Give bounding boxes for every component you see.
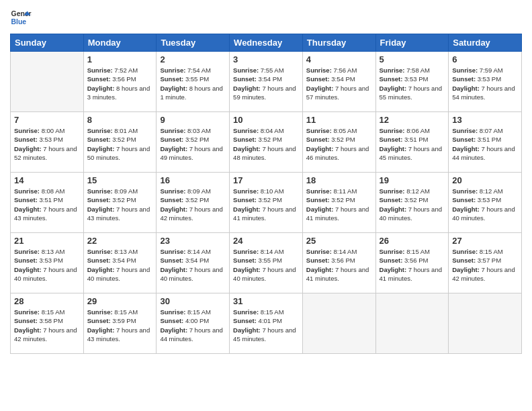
day-info: Sunrise: 8:11 AMSunset: 3:52 PMDaylight:… xyxy=(306,187,372,222)
day-info: Sunrise: 8:13 AMSunset: 3:54 PMDaylight:… xyxy=(87,247,153,283)
calendar-cell: 29Sunrise: 8:15 AMSunset: 3:59 PMDayligh… xyxy=(83,293,157,354)
day-number: 18 xyxy=(306,175,372,185)
day-info: Sunrise: 8:00 AMSunset: 3:53 PMDaylight:… xyxy=(14,126,80,162)
day-info: Sunrise: 7:55 AMSunset: 3:54 PMDaylight:… xyxy=(233,66,299,101)
day-info: Sunrise: 7:52 AMSunset: 3:56 PMDaylight:… xyxy=(87,66,153,101)
day-number: 21 xyxy=(14,236,80,246)
day-info: Sunrise: 8:14 AMSunset: 3:55 PMDaylight:… xyxy=(233,247,299,283)
calendar-cell: 22Sunrise: 8:13 AMSunset: 3:54 PMDayligh… xyxy=(83,233,157,293)
day-number: 2 xyxy=(160,54,226,64)
weekday-header-tuesday: Tuesday xyxy=(157,34,230,52)
calendar-cell: 30Sunrise: 8:15 AMSunset: 4:00 PMDayligh… xyxy=(157,293,230,354)
day-info: Sunrise: 8:15 AMSunset: 3:58 PMDaylight:… xyxy=(14,308,80,343)
calendar-cell: 11Sunrise: 8:05 AMSunset: 3:52 PMDayligh… xyxy=(302,112,375,173)
day-info: Sunrise: 8:12 AMSunset: 3:53 PMDaylight:… xyxy=(452,187,518,222)
weekday-header-monday: Monday xyxy=(83,34,157,52)
day-number: 23 xyxy=(160,236,226,246)
day-number: 26 xyxy=(380,236,445,246)
calendar-cell: 9Sunrise: 8:03 AMSunset: 3:52 PMDaylight… xyxy=(157,112,230,173)
calendar-cell: 16Sunrise: 8:09 AMSunset: 3:52 PMDayligh… xyxy=(157,173,230,233)
calendar-cell: 31Sunrise: 8:15 AMSunset: 4:01 PMDayligh… xyxy=(230,293,303,354)
day-number: 3 xyxy=(233,54,299,64)
calendar-cell: 13Sunrise: 8:07 AMSunset: 3:51 PMDayligh… xyxy=(449,112,522,173)
calendar-cell: 5Sunrise: 7:58 AMSunset: 3:53 PMDaylight… xyxy=(375,52,449,112)
day-number: 4 xyxy=(306,54,372,64)
day-info: Sunrise: 8:15 AMSunset: 4:00 PMDaylight:… xyxy=(160,308,226,343)
logo: General Blue xyxy=(10,7,32,28)
day-number: 28 xyxy=(14,296,80,306)
day-info: Sunrise: 7:59 AMSunset: 3:53 PMDaylight:… xyxy=(452,66,518,101)
day-number: 27 xyxy=(452,236,518,246)
calendar-cell xyxy=(302,293,375,354)
calendar-cell: 23Sunrise: 8:14 AMSunset: 3:54 PMDayligh… xyxy=(157,233,230,293)
day-number: 19 xyxy=(380,175,445,185)
calendar-cell xyxy=(375,293,449,354)
day-number: 12 xyxy=(380,115,445,125)
calendar-cell: 12Sunrise: 8:06 AMSunset: 3:51 PMDayligh… xyxy=(375,112,449,173)
calendar-cell: 1Sunrise: 7:52 AMSunset: 3:56 PMDaylight… xyxy=(83,52,157,112)
page-header: General Blue xyxy=(10,7,522,28)
day-info: Sunrise: 8:15 AMSunset: 3:59 PMDaylight:… xyxy=(87,308,153,343)
day-number: 5 xyxy=(380,54,445,64)
day-info: Sunrise: 8:05 AMSunset: 3:52 PMDaylight:… xyxy=(306,126,372,162)
day-number: 7 xyxy=(14,115,80,125)
day-number: 8 xyxy=(87,115,153,125)
calendar-cell: 17Sunrise: 8:10 AMSunset: 3:52 PMDayligh… xyxy=(230,173,303,233)
day-info: Sunrise: 8:06 AMSunset: 3:51 PMDaylight:… xyxy=(380,126,445,162)
day-number: 31 xyxy=(233,296,299,306)
day-number: 1 xyxy=(87,54,153,64)
day-number: 9 xyxy=(160,115,226,125)
day-number: 24 xyxy=(233,236,299,246)
calendar-table: SundayMondayTuesdayWednesdayThursdayFrid… xyxy=(10,34,522,354)
calendar-cell: 7Sunrise: 8:00 AMSunset: 3:53 PMDaylight… xyxy=(11,112,84,173)
day-info: Sunrise: 7:58 AMSunset: 3:53 PMDaylight:… xyxy=(380,66,445,101)
weekday-header-friday: Friday xyxy=(375,34,449,52)
calendar-cell: 27Sunrise: 8:15 AMSunset: 3:57 PMDayligh… xyxy=(449,233,522,293)
day-info: Sunrise: 8:10 AMSunset: 3:52 PMDaylight:… xyxy=(233,187,299,222)
day-number: 11 xyxy=(306,115,372,125)
calendar-cell: 21Sunrise: 8:13 AMSunset: 3:53 PMDayligh… xyxy=(11,233,84,293)
calendar-cell: 14Sunrise: 8:08 AMSunset: 3:51 PMDayligh… xyxy=(11,173,84,233)
weekday-header-wednesday: Wednesday xyxy=(230,34,303,52)
day-info: Sunrise: 8:15 AMSunset: 3:57 PMDaylight:… xyxy=(452,247,518,283)
day-number: 20 xyxy=(452,175,518,185)
day-info: Sunrise: 8:09 AMSunset: 3:52 PMDaylight:… xyxy=(160,187,226,222)
day-number: 30 xyxy=(160,296,226,306)
calendar-cell: 10Sunrise: 8:04 AMSunset: 3:52 PMDayligh… xyxy=(230,112,303,173)
day-info: Sunrise: 8:15 AMSunset: 3:56 PMDaylight:… xyxy=(380,247,445,283)
calendar-cell: 18Sunrise: 8:11 AMSunset: 3:52 PMDayligh… xyxy=(302,173,375,233)
day-number: 15 xyxy=(87,175,153,185)
day-info: Sunrise: 8:03 AMSunset: 3:52 PMDaylight:… xyxy=(160,126,226,162)
day-info: Sunrise: 8:09 AMSunset: 3:52 PMDaylight:… xyxy=(87,187,153,222)
day-info: Sunrise: 8:01 AMSunset: 3:52 PMDaylight:… xyxy=(87,126,153,162)
day-number: 22 xyxy=(87,236,153,246)
day-number: 14 xyxy=(14,175,80,185)
calendar-cell: 6Sunrise: 7:59 AMSunset: 3:53 PMDaylight… xyxy=(449,52,522,112)
day-number: 16 xyxy=(160,175,226,185)
calendar-cell: 28Sunrise: 8:15 AMSunset: 3:58 PMDayligh… xyxy=(11,293,84,354)
day-number: 6 xyxy=(452,54,518,64)
calendar-cell: 26Sunrise: 8:15 AMSunset: 3:56 PMDayligh… xyxy=(375,233,449,293)
calendar-cell xyxy=(449,293,522,354)
day-info: Sunrise: 8:14 AMSunset: 3:56 PMDaylight:… xyxy=(306,247,372,283)
day-info: Sunrise: 8:15 AMSunset: 4:01 PMDaylight:… xyxy=(233,308,299,343)
day-info: Sunrise: 8:14 AMSunset: 3:54 PMDaylight:… xyxy=(160,247,226,283)
calendar-cell: 4Sunrise: 7:56 AMSunset: 3:54 PMDaylight… xyxy=(302,52,375,112)
calendar-cell: 3Sunrise: 7:55 AMSunset: 3:54 PMDaylight… xyxy=(230,52,303,112)
day-number: 25 xyxy=(306,236,372,246)
weekday-header-saturday: Saturday xyxy=(449,34,522,52)
calendar-cell: 19Sunrise: 8:12 AMSunset: 3:52 PMDayligh… xyxy=(375,173,449,233)
calendar-cell: 24Sunrise: 8:14 AMSunset: 3:55 PMDayligh… xyxy=(230,233,303,293)
day-number: 17 xyxy=(233,175,299,185)
logo-icon: General Blue xyxy=(10,7,32,28)
calendar-cell: 2Sunrise: 7:54 AMSunset: 3:55 PMDaylight… xyxy=(157,52,230,112)
day-number: 10 xyxy=(233,115,299,125)
svg-text:Blue: Blue xyxy=(11,18,27,26)
calendar-cell: 25Sunrise: 8:14 AMSunset: 3:56 PMDayligh… xyxy=(302,233,375,293)
day-number: 29 xyxy=(87,296,153,306)
weekday-header-thursday: Thursday xyxy=(302,34,375,52)
day-info: Sunrise: 7:56 AMSunset: 3:54 PMDaylight:… xyxy=(306,66,372,101)
calendar-cell: 8Sunrise: 8:01 AMSunset: 3:52 PMDaylight… xyxy=(83,112,157,173)
day-info: Sunrise: 7:54 AMSunset: 3:55 PMDaylight:… xyxy=(160,66,226,101)
calendar-cell: 15Sunrise: 8:09 AMSunset: 3:52 PMDayligh… xyxy=(83,173,157,233)
